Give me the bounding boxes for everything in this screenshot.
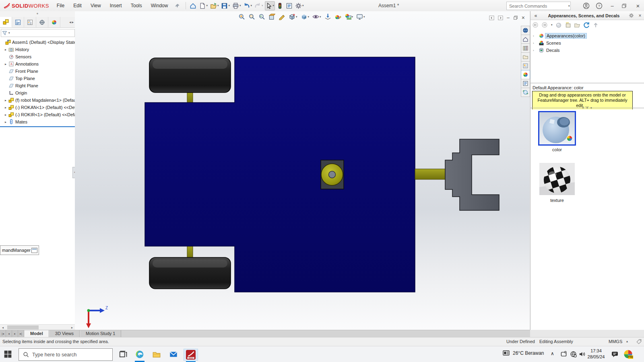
graphics-viewport[interactable]: ▾▾▾▾▾ – × Z	[75, 11, 530, 330]
menu-tools[interactable]: Tools	[127, 1, 146, 10]
pane-tree-scenes[interactable]: ›Scenes	[530, 39, 644, 47]
menu-view[interactable]: View	[87, 1, 105, 10]
tab-nav-last-icon[interactable]: ▸|	[18, 330, 24, 337]
dock-window-icon[interactable]	[31, 248, 37, 253]
commandmanager-float[interactable]: mandManager	[0, 245, 39, 255]
restore-icon[interactable]	[621, 3, 629, 8]
view-orientation-icon-caret[interactable]: ▾	[296, 15, 297, 19]
dynamic-annotation-views-button[interactable]	[278, 12, 286, 21]
save-icon-caret[interactable]: ▾	[228, 4, 230, 7]
front-axle[interactable]	[187, 91, 193, 104]
gripper[interactable]	[445, 139, 499, 210]
feature-tree-root[interactable]: Assem1 (Default) <Display State-1>	[0, 39, 75, 46]
open-library-button[interactable]	[574, 22, 580, 28]
start-button[interactable]	[4, 350, 12, 358]
tree-item-origin[interactable]: Origin	[0, 89, 75, 97]
scroll-track[interactable]	[6, 325, 69, 330]
tree-item-right-plane[interactable]: Right Plane	[0, 82, 75, 89]
weather-widget[interactable]: 26°C Berawan	[502, 350, 544, 356]
expander-icon[interactable]: ›	[533, 41, 538, 45]
texture-thumbnail[interactable]	[538, 162, 576, 196]
open-icon-caret[interactable]: ▾	[217, 4, 219, 7]
tree-item-front-plane[interactable]: Front Plane	[0, 68, 75, 75]
configurationmanager-tab[interactable]	[24, 17, 36, 27]
search-scope-caret[interactable]: ▾	[568, 4, 570, 8]
zoom-to-fit-button[interactable]	[238, 12, 246, 21]
dimxpertmanager-tab[interactable]	[36, 17, 48, 27]
new-document-button[interactable]: ▾	[198, 1, 208, 10]
minimize-doc-icon[interactable]: –	[507, 15, 510, 21]
file-properties-button[interactable]	[285, 1, 293, 10]
section-view-button[interactable]	[268, 12, 276, 21]
units-caret[interactable]: ▴	[626, 339, 628, 343]
minimize-icon[interactable]: –	[609, 3, 616, 9]
hide-show-items-button[interactable]: ▾	[312, 12, 322, 21]
select-cursor-button[interactable]: ▾	[265, 1, 275, 10]
tab-nav-first-icon[interactable]: |◂	[0, 330, 6, 337]
tree-item-top-plane[interactable]: Top Plane	[0, 75, 75, 82]
menu-file[interactable]: File	[53, 1, 68, 10]
propertymanager-tab[interactable]	[12, 17, 24, 27]
expander-icon[interactable]: ▸	[3, 120, 8, 124]
tree-horizontal-scrollbar[interactable]: ◂ ▸	[0, 324, 75, 330]
close-pane-icon[interactable]: ×	[636, 13, 644, 19]
appearance-thumb-color[interactable]: color	[538, 111, 576, 152]
custom-properties-tab[interactable]	[521, 79, 530, 88]
panel-resize-handle[interactable]: ●	[0, 11, 75, 17]
view-settings-button[interactable]: ▾	[356, 12, 365, 21]
tabs-scroll-right-icon[interactable]: ▸	[72, 20, 74, 24]
color-thumbnail[interactable]	[538, 111, 576, 146]
scroll-left-icon[interactable]: ◂	[0, 326, 6, 329]
home-button[interactable]	[189, 1, 197, 10]
options-gear-icon-caret[interactable]: ▾	[302, 4, 304, 7]
pane-options-gear-icon[interactable]	[627, 13, 636, 18]
pane-tree-appearances-color-[interactable]: ›Appearances(color)	[530, 32, 644, 39]
open-button[interactable]: ▾	[209, 1, 220, 10]
new-document-icon-caret[interactable]: ▾	[206, 4, 208, 7]
search-commands-input[interactable]	[508, 4, 568, 8]
tab-3d-views[interactable]: 3D Views	[49, 330, 80, 337]
tab-nav-prev-icon[interactable]: ◂	[6, 330, 12, 337]
undo-button[interactable]: ▾	[242, 1, 253, 10]
login-icon[interactable]	[583, 2, 590, 9]
normal-to-button[interactable]	[324, 12, 332, 21]
select-cursor-icon-caret[interactable]: ▾	[273, 4, 275, 7]
expander-icon[interactable]: ▸	[3, 99, 8, 102]
notifications-icon[interactable]	[611, 350, 619, 358]
tray-network-icon[interactable]	[570, 351, 577, 358]
featuremanager-tab[interactable]	[0, 17, 12, 27]
robot-assembly-model[interactable]	[75, 11, 530, 330]
command-search[interactable]: ▾	[506, 2, 571, 10]
view-orientation-button[interactable]: ▾	[288, 12, 298, 21]
gripper-shaft[interactable]	[415, 169, 446, 179]
display-style-icon-caret[interactable]: ▾	[308, 15, 310, 19]
tab-model[interactable]: Model	[24, 330, 49, 337]
tree-item-annotations[interactable]: ▸AAnnotations	[0, 60, 75, 68]
view-palette-tab[interactable]	[521, 61, 530, 70]
apply-scene-button[interactable]: ▾	[344, 12, 354, 21]
undo-icon-caret[interactable]: ▾	[250, 4, 252, 7]
tree-item-sensors[interactable]: Sensors	[0, 53, 75, 60]
hide-show-items-icon-caret[interactable]: ▾	[320, 15, 321, 19]
view-settings-icon-caret[interactable]: ▾	[363, 15, 365, 19]
filter-caret[interactable]: ▾	[8, 31, 10, 35]
expander-icon[interactable]: ▸	[3, 113, 8, 117]
options-gear-button[interactable]: ▾	[294, 1, 305, 10]
appearance-thumb-texture[interactable]: texture	[538, 162, 576, 203]
forward-button[interactable]	[541, 22, 548, 28]
units-selector[interactable]: MMGS	[609, 339, 622, 344]
home-pane-tab[interactable]	[521, 35, 530, 44]
tag-icon[interactable]	[636, 339, 642, 345]
taskbar-clock[interactable]: 17:34 28/05/24	[584, 348, 608, 360]
close-doc-icon[interactable]: ×	[522, 14, 525, 21]
back-button[interactable]	[532, 22, 539, 28]
apply-scene-icon-caret[interactable]: ▾	[352, 15, 353, 19]
add-library-button[interactable]	[565, 22, 571, 28]
refresh-button[interactable]	[583, 22, 590, 28]
tree-item-f-robot-magdalena-1-default[interactable]: ▸(f) robot Magdalena<1> (Default)	[0, 97, 75, 104]
pane-tree-decals[interactable]: ›Decals	[530, 47, 644, 54]
gray-sphere-button[interactable]	[555, 22, 562, 28]
task-view-button[interactable]	[116, 349, 130, 360]
tree-item-history[interactable]: ▸History	[0, 46, 75, 53]
scroll-right-icon[interactable]: ▸	[69, 326, 75, 329]
